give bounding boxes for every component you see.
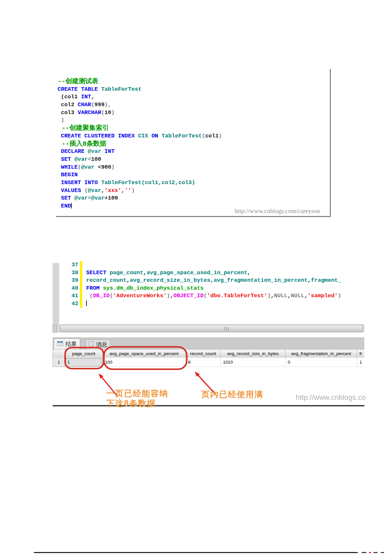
code-line: DECLARE @var INT: [58, 148, 222, 156]
bottom-dash-red: [369, 552, 371, 553]
code-line: 42: [65, 300, 362, 308]
results-grid-icon: [57, 341, 63, 348]
code-line: --创建聚集索引: [58, 124, 222, 132]
watermark-url: http://www.cnblogs.com/careyson: [235, 207, 320, 215]
watermark-url-cut: http://www.cnblogs.co: [296, 393, 366, 402]
code-line: ): [58, 116, 222, 124]
line-number: 37: [65, 261, 80, 269]
code-line: 40FROM sys.dm_db_index_physical_stats: [65, 284, 362, 292]
page-bottom-rule: [34, 552, 358, 553]
line-number: 41: [65, 292, 80, 300]
scrollbar-grip-icon: [224, 327, 230, 330]
line-number: 42: [65, 300, 80, 308]
code-line: --插入8条数据: [58, 140, 222, 148]
change-tracking-bar: [80, 284, 82, 292]
change-tracking-bar: [80, 300, 82, 308]
code-line: WHILE(@var <900): [58, 163, 222, 171]
code-line: INSERT INTO TableForTest(col1,col2,col3): [58, 179, 222, 187]
tab-results[interactable]: 结果: [54, 338, 80, 349]
scrollbar-left-arrow-button[interactable]: [53, 325, 57, 332]
grid-cell-page-count[interactable]: 1: [65, 358, 103, 367]
red-arrow-right-head: [195, 372, 200, 377]
code-line: BEGIN: [58, 171, 222, 179]
code-text: record_count,avg_record_size_in_bytes,av…: [82, 277, 341, 284]
sql-script-screenshot: --创建测试表CREATE TABLE TableForTest (col1 I…: [56, 69, 331, 217]
tab-messages-label: 消息: [96, 341, 107, 349]
code-line: col3 VARCHAR(10): [58, 109, 222, 117]
sql-code-block[interactable]: --创建测试表CREATE TABLE TableForTest (col1 I…: [58, 78, 222, 210]
change-tracking-bar: [80, 269, 82, 277]
code-line: SET @var=@var+100: [58, 194, 222, 202]
callout-page-fits-line2: 下这8条数据: [106, 398, 156, 409]
grid-header-page-count[interactable]: page_count: [65, 349, 103, 358]
grid-cell-record-count[interactable]: 8: [186, 358, 221, 367]
grid-header-avg-fragmentation[interactable]: avg_fragmentation_in_percent: [285, 349, 357, 358]
text-cursor: [71, 203, 72, 208]
horizontal-scrollbar[interactable]: [53, 324, 364, 333]
grid-row-header[interactable]: 1: [53, 358, 65, 367]
code-line: 41 (DB_ID('AdventureWorks'),OBJECT_ID('d…: [65, 292, 362, 300]
grid-header-avg-page-space[interactable]: avg_page_space_used_in_percent: [103, 349, 186, 358]
callout-page-full: 页内已经使用满: [201, 389, 263, 400]
code-line: --创建测试表: [58, 78, 222, 85]
code-line: 37: [65, 261, 362, 269]
code-line: (col1 INT,: [58, 93, 222, 101]
code-line: CREATE TABLE TableForTest: [58, 85, 222, 93]
code-text: [82, 300, 87, 308]
code-line: 39record_count,avg_record_size_in_bytes,…: [65, 277, 362, 284]
change-tracking-bar: [80, 292, 82, 300]
code-line: 38SELECT page_count,avg_page_space_used_…: [65, 269, 362, 277]
tab-results-label: 结果: [65, 340, 77, 348]
results-tab-bar: 结果 消息: [53, 337, 364, 349]
grid-cell-fragment-count-cut[interactable]: 1: [357, 358, 364, 367]
code-text: SELECT page_count,avg_page_space_used_in…: [82, 269, 251, 277]
grid-header-record-count[interactable]: record_count: [186, 349, 221, 358]
grid-header-avg-record-size[interactable]: avg_record_size_in_bytes: [221, 349, 285, 358]
code-line: VALUES (@var,'xxx',''): [58, 187, 222, 195]
blog-page: --创建测试表CREATE TABLE TableForTest (col1 I…: [0, 0, 392, 554]
code-text: [82, 261, 86, 269]
ssms-results-screenshot: 3738SELECT page_count,avg_page_space_use…: [53, 263, 364, 406]
callout-page-fits-line1: 一页已经能容纳: [106, 388, 168, 399]
grid-header-fragment-count-cut[interactable]: fr: [357, 349, 364, 358]
code-line: col2 CHAR(999),: [58, 101, 222, 109]
line-number: 38: [65, 269, 80, 277]
red-arrow-left-head: [99, 373, 104, 379]
messages-icon: [89, 341, 94, 348]
change-tracking-bar: [80, 277, 82, 284]
sql-query-editor[interactable]: 3738SELECT page_count,avg_page_space_use…: [65, 261, 362, 324]
scrollbar-thumb[interactable]: [60, 325, 363, 332]
grid-corner-cell: [53, 349, 65, 358]
grid-cell-avg-record-size[interactable]: 1010: [221, 358, 285, 367]
text-cursor: [86, 301, 87, 306]
bottom-dash-3: [381, 552, 384, 553]
change-tracking-bar: [80, 261, 82, 269]
code-line: CREATE CLUSTERED INDEX CIX ON TableForTe…: [58, 132, 222, 140]
line-number: 40: [65, 284, 80, 292]
code-line: SET @var=100: [58, 156, 222, 163]
grid-cell-avg-fragmentation[interactable]: 0: [285, 358, 357, 367]
bottom-dash-1: [362, 552, 366, 553]
tab-messages[interactable]: 消息: [86, 339, 111, 349]
code-text: FROM sys.dm_db_index_physical_stats: [82, 284, 204, 292]
editor-left-margin: [53, 263, 59, 324]
code-line: END: [58, 202, 222, 210]
line-number: 39: [65, 277, 80, 284]
grid-cell-avg-page-space[interactable]: 100: [103, 358, 186, 367]
code-text: (DB_ID('AdventureWorks'),OBJECT_ID('dbo.…: [82, 292, 341, 300]
bottom-dash-2: [374, 552, 378, 553]
